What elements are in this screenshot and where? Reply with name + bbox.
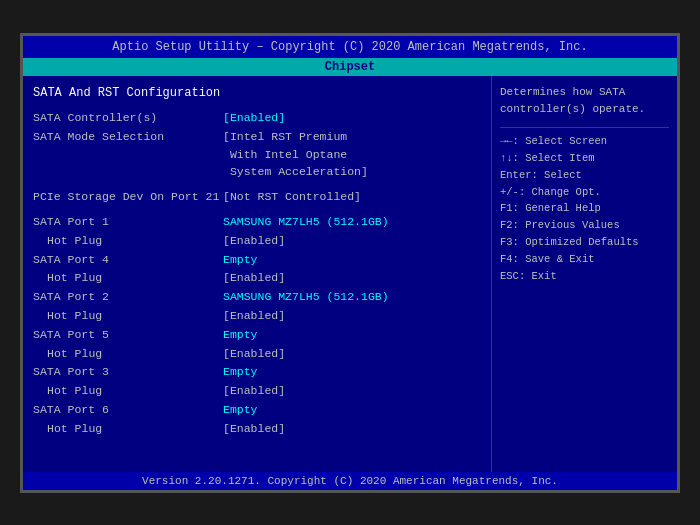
key-f4: F4: Save & Exit [500,251,669,268]
value-sata-port1: SAMSUNG MZ7LH5 (512.1GB) [223,213,389,231]
row-sata-port1: SATA Port 1 SAMSUNG MZ7LH5 (512.1GB) [33,213,481,231]
side-description: Determines how SATA controller(s) operat… [500,84,669,117]
label-hotplug5: Hot Plug [33,345,223,363]
key-change-opt: +/-: Change Opt. [500,184,669,201]
label-sata-port4: SATA Port 4 [33,251,223,269]
row-sata-port6: SATA Port 6 Empty [33,401,481,419]
content-area: SATA And RST Configuration SATA Controll… [23,76,677,471]
key-f1: F1: General Help [500,200,669,217]
value-hotplug1: [Enabled] [223,232,285,250]
key-select-item: ↑↓: Select Item [500,150,669,167]
row-sata-port5: SATA Port 5 Empty [33,326,481,344]
value-sata-port2: SAMSUNG MZ7LH5 (512.1GB) [223,288,389,306]
tab-chipset[interactable]: Chipset [23,58,677,76]
label-sata-controller: SATA Controller(s) [33,109,223,127]
label-hotplug1: Hot Plug [33,232,223,250]
footer-bar: Version 2.20.1271. Copyright (C) 2020 Am… [23,472,677,490]
row-hotplug5: Hot Plug [Enabled] [33,345,481,363]
label-sata-port1: SATA Port 1 [33,213,223,231]
key-esc: ESC: Exit [500,268,669,285]
bios-screen: Aptio Setup Utility – Copyright (C) 2020… [20,33,680,493]
key-f3: F3: Optimized Defaults [500,234,669,251]
label-hotplug2: Hot Plug [33,307,223,325]
value-sata-port5: Empty [223,326,258,344]
row-hotplug4: Hot Plug [Enabled] [33,269,481,287]
header-bar: Aptio Setup Utility – Copyright (C) 2020… [23,36,677,59]
header-title: Aptio Setup Utility – Copyright (C) 2020… [112,40,587,54]
key-f2: F2: Previous Values [500,217,669,234]
row-sata-mode: SATA Mode Selection [Intel RST Premium W… [33,128,481,181]
row-sata-port2: SATA Port 2 SAMSUNG MZ7LH5 (512.1GB) [33,288,481,306]
label-hotplug4: Hot Plug [33,269,223,287]
row-sata-port3: SATA Port 3 Empty [33,363,481,381]
value-sata-port4: Empty [223,251,258,269]
label-sata-port5: SATA Port 5 [33,326,223,344]
side-divider [500,127,669,128]
main-panel: SATA And RST Configuration SATA Controll… [23,76,492,471]
label-sata-port2: SATA Port 2 [33,288,223,306]
row-sata-controller: SATA Controller(s) [Enabled] [33,109,481,127]
value-hotplug4: [Enabled] [223,269,285,287]
value-sata-mode: [Intel RST Premium With Intel Optane Sys… [223,128,368,181]
key-enter: Enter: Select [500,167,669,184]
value-hotplug5: [Enabled] [223,345,285,363]
value-pcie-storage: [Not RST Controlled] [223,188,361,206]
tab-label: Chipset [325,60,375,74]
value-sata-port3: Empty [223,363,258,381]
value-hotplug6: [Enabled] [223,420,285,438]
value-sata-port6: Empty [223,401,258,419]
row-pcie-storage: PCIe Storage Dev On Port 21 [Not RST Con… [33,188,481,206]
section-title: SATA And RST Configuration [33,84,481,103]
row-hotplug6: Hot Plug [Enabled] [33,420,481,438]
label-hotplug6: Hot Plug [33,420,223,438]
value-hotplug2: [Enabled] [223,307,285,325]
key-select-screen: →←: Select Screen [500,133,669,150]
value-hotplug3: [Enabled] [223,382,285,400]
label-hotplug3: Hot Plug [33,382,223,400]
row-sata-port4: SATA Port 4 Empty [33,251,481,269]
footer-text: Version 2.20.1271. Copyright (C) 2020 Am… [142,475,558,487]
label-sata-mode: SATA Mode Selection [33,128,223,181]
row-hotplug2: Hot Plug [Enabled] [33,307,481,325]
label-sata-port3: SATA Port 3 [33,363,223,381]
row-hotplug3: Hot Plug [Enabled] [33,382,481,400]
row-hotplug1: Hot Plug [Enabled] [33,232,481,250]
value-sata-controller: [Enabled] [223,109,285,127]
side-panel: Determines how SATA controller(s) operat… [492,76,677,471]
label-pcie-storage: PCIe Storage Dev On Port 21 [33,188,223,206]
label-sata-port6: SATA Port 6 [33,401,223,419]
